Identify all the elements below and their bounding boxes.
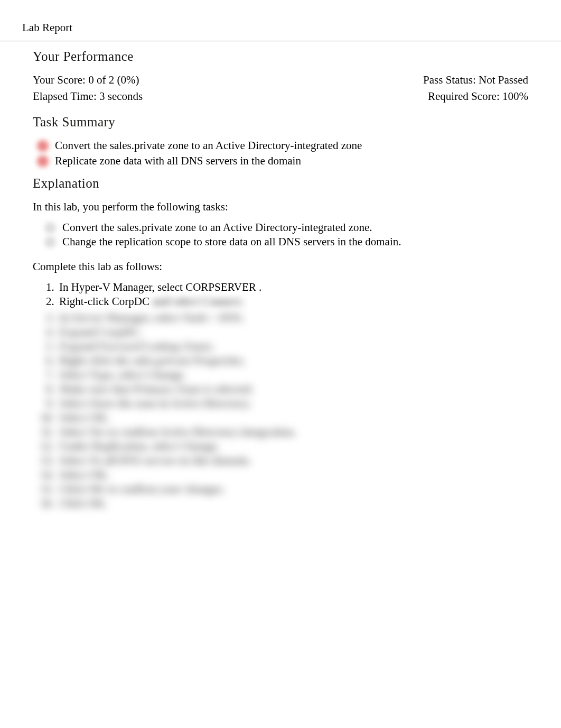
step-item: Expand Forward Lookup Zones. [57,340,528,353]
task-summary-heading: Task Summary [33,115,528,130]
step-item: Click OK to confirm your changes. [57,483,528,496]
header-divider [0,40,561,42]
step-item: Click OK. [57,497,528,510]
explanation-heading: Explanation [33,176,528,191]
step-text: In Hyper-V Manager, select CORPSERVER . [59,281,261,293]
steps-list: In Hyper-V Manager, select CORPSERVER . … [33,281,528,308]
step-item: In Server Manager, select Tools > DNS. [57,311,528,325]
step-item: Select Store the zone in Active Director… [57,397,528,410]
obscured-text: and select Connect. [152,295,244,308]
list-item: Change the replication scope to store da… [44,235,528,248]
complete-intro-text: Complete this lab as follows: [33,260,528,273]
step-item: Expand CorpDC. [57,326,528,339]
task-item: Convert the sales.private zone to an Act… [37,139,528,152]
step-item: Select Yes to confirm Active Directory i… [57,426,528,439]
list-item-label: Change the replication scope to store da… [62,235,401,248]
status-dot-icon [37,155,49,167]
bullet-icon [44,236,56,248]
task-item-label: Replicate zone data with all DNS servers… [55,154,301,168]
step-item: Select To all DNS servers in this domain… [57,454,528,467]
step-item: Select OK. [57,468,528,482]
step-item: Under Replication, select Change. [57,440,528,453]
step-item: In Hyper-V Manager, select CORPSERVER . [57,281,528,294]
document-title: Lab Report [22,21,556,38]
pass-status-text: Pass Status: Not Passed [423,73,528,87]
task-summary-list: Convert the sales.private zone to an Act… [33,139,528,168]
step-item: Right-click CorpDC and select Connect. [57,295,528,308]
explanation-intro-text: In this lab, you perform the following t… [33,200,528,214]
list-item: Convert the sales.private zone to an Act… [44,221,528,234]
bullet-icon [44,222,56,234]
status-dot-icon [37,140,49,152]
score-text: Your Score: 0 of 2 (0%) [33,73,139,87]
list-item-label: Convert the sales.private zone to an Act… [62,221,372,234]
elapsed-time-text: Elapsed Time: 3 seconds [33,90,143,103]
step-item: Select OK. [57,411,528,425]
obscured-steps-list: In Server Manager, select Tools > DNS.Ex… [33,311,528,510]
step-text: Right-click CorpDC [59,295,149,308]
step-item: Right-click the sales.private Properties… [57,354,528,367]
explanation-bullet-list: Convert the sales.private zone to an Act… [33,221,528,248]
step-item: Make sure that Primary Zone is selected. [57,383,528,396]
step-item: Select Type, select Change. [57,368,528,382]
required-score-text: Required Score: 100% [428,90,528,103]
task-item: Replicate zone data with all DNS servers… [37,154,528,168]
task-item-label: Convert the sales.private zone to an Act… [55,139,362,152]
performance-heading: Your Performance [33,49,528,64]
